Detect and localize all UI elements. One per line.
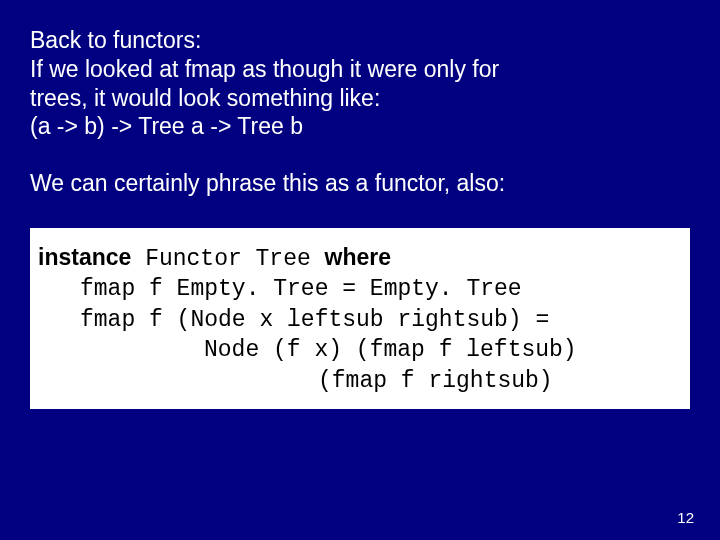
paragraph-2: We can certainly phrase this as a functo…	[30, 169, 690, 198]
text-line: If we looked at fmap as though it were o…	[30, 55, 690, 84]
code-line: (fmap f rightsub)	[38, 366, 682, 397]
text-line: We can certainly phrase this as a functo…	[30, 169, 690, 198]
text-line: trees, it would look something like:	[30, 84, 690, 113]
code-line: Node (f x) (fmap f leftsub)	[38, 335, 682, 366]
code-text: Functor Tree	[131, 246, 324, 272]
code-line: fmap f (Node x leftsub rightsub) =	[38, 305, 682, 336]
text-line: Back to functors:	[30, 26, 690, 55]
code-block: instance Functor Tree where fmap f Empty…	[30, 228, 690, 409]
code-line: instance Functor Tree where	[38, 242, 682, 275]
page-number: 12	[677, 509, 694, 526]
keyword-instance: instance	[38, 244, 131, 270]
keyword-where: where	[325, 244, 391, 270]
slide: Back to functors: If we looked at fmap a…	[0, 0, 720, 540]
paragraph-1: Back to functors: If we looked at fmap a…	[30, 26, 690, 141]
code-line: fmap f Empty. Tree = Empty. Tree	[38, 274, 682, 305]
text-line: (a -> b) -> Tree a -> Tree b	[30, 112, 690, 141]
